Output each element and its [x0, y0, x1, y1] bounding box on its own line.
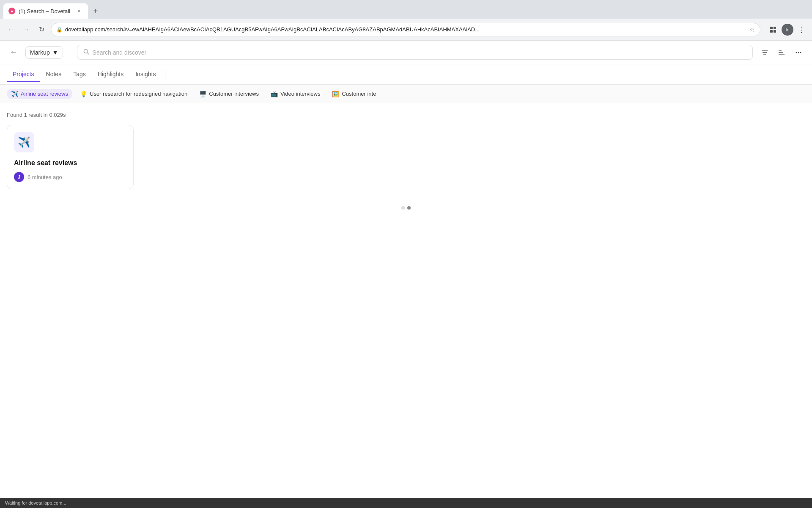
tv-icon: 📺	[271, 91, 278, 97]
address-text: dovetailapp.com/search#v=ewAiAHEAIgA6ACI…	[65, 26, 747, 33]
address-bar[interactable]: 🔒 dovetailapp.com/search#v=ewAiAHEAIgA6A…	[51, 23, 760, 36]
recent-item-airline[interactable]: ✈️ Airline seat reviews	[7, 89, 72, 99]
recent-item-video-interviews[interactable]: 📺 Video interviews	[266, 89, 324, 99]
monitor-icon: 🖥️	[199, 91, 206, 97]
tab-title: (1) Search – Dovetail	[19, 8, 72, 14]
recent-item-customer-inte-label: Customer inte	[342, 91, 376, 97]
extension-icon-1[interactable]	[767, 24, 779, 36]
search-icon	[83, 49, 89, 56]
app-area: ← Markup ▼ Search and discover	[0, 41, 812, 498]
svg-point-13	[798, 52, 799, 53]
toolbar-divider	[70, 47, 70, 58]
tab-favicon: ●	[8, 8, 15, 14]
search-placeholder: Search and discover	[93, 49, 147, 56]
dot-1	[401, 206, 405, 210]
browser-window: ● (1) Search – Dovetail × + ← → ↻ 🔒 dove…	[0, 0, 812, 508]
filter-tabs: Projects Notes Tags Highlights Insights	[0, 64, 812, 85]
refresh-button[interactable]: ↻	[36, 24, 47, 36]
tab-tags[interactable]: Tags	[67, 67, 92, 82]
card-time-0: 6 minutes ago	[27, 174, 62, 180]
profile-button[interactable]: In	[782, 24, 793, 36]
chevron-down-icon: ▼	[52, 49, 58, 56]
sort-button[interactable]	[775, 46, 788, 59]
search-bar[interactable]: Search and discover	[77, 45, 753, 60]
app-toolbar: ← Markup ▼ Search and discover	[0, 41, 812, 64]
recent-item-user-research[interactable]: 💡 User research for redesigned navigatio…	[76, 89, 192, 99]
tab-close-button[interactable]: ×	[75, 7, 83, 15]
tab-projects[interactable]: Projects	[7, 67, 40, 82]
recent-item-video-interviews-label: Video interviews	[280, 91, 320, 97]
toolbar-actions	[758, 46, 805, 59]
tab-bar: ● (1) Search – Dovetail × +	[0, 0, 812, 19]
recent-bar: ✈️ Airline seat reviews 💡 User research …	[0, 85, 812, 103]
airplane-icon: ✈️	[11, 91, 18, 97]
svg-point-14	[800, 52, 801, 53]
active-tab[interactable]: ● (1) Search – Dovetail ×	[3, 3, 88, 19]
results-area: Found 1 result in 0.029s ✈️ Airline seat…	[0, 103, 812, 498]
image-icon: 🖼️	[332, 91, 339, 97]
svg-point-12	[796, 52, 797, 53]
tabs-divider	[165, 69, 165, 80]
tab-highlights[interactable]: Highlights	[92, 67, 129, 82]
recent-item-customer-inte[interactable]: 🖼️ Customer inte	[328, 89, 380, 99]
recent-item-airline-label: Airline seat reviews	[21, 91, 68, 97]
card-avatar-0: J	[14, 172, 24, 182]
svg-rect-3	[774, 30, 776, 33]
status-text: Waiting for dovetailapp.com...	[5, 500, 66, 505]
result-card-0[interactable]: ✈️ Airline seat reviews J 6 minutes ago	[7, 125, 134, 189]
bookmark-icon[interactable]: ☆	[749, 26, 755, 33]
extension-icons: In ⋮	[767, 23, 807, 36]
forward-button[interactable]: →	[20, 24, 32, 36]
browser-menu-button[interactable]: ⋮	[796, 23, 807, 36]
new-tab-button[interactable]: +	[90, 5, 102, 17]
recent-item-user-research-label: User research for redesigned navigation	[90, 91, 187, 97]
card-title-0: Airline seat reviews	[14, 159, 126, 167]
markup-label: Markup	[30, 49, 50, 56]
markup-dropdown[interactable]: Markup ▼	[25, 46, 63, 59]
card-meta-0: J 6 minutes ago	[14, 172, 126, 182]
results-count: Found 1 result in 0.029s	[7, 112, 805, 118]
svg-line-5	[87, 53, 89, 55]
status-bar: Waiting for dovetailapp.com...	[0, 498, 812, 508]
recent-item-customer-interviews-label: Customer interviews	[209, 91, 259, 97]
filter-button[interactable]	[758, 46, 771, 59]
results-grid: ✈️ Airline seat reviews J 6 minutes ago	[7, 125, 805, 189]
back-button[interactable]: ←	[5, 24, 17, 36]
loading-dots	[7, 206, 805, 210]
address-bar-row: ← → ↻ 🔒 dovetailapp.com/search#v=ewAiAHE…	[0, 19, 812, 41]
recent-item-customer-interviews[interactable]: 🖥️ Customer interviews	[195, 89, 263, 99]
lightbulb-icon: 💡	[80, 91, 87, 97]
more-options-button[interactable]	[792, 46, 805, 59]
svg-rect-0	[770, 27, 773, 29]
lock-icon: 🔒	[56, 27, 63, 33]
dot-2	[407, 206, 411, 210]
card-icon-0: ✈️	[14, 132, 34, 152]
svg-rect-2	[770, 30, 773, 33]
tab-insights[interactable]: Insights	[129, 67, 162, 82]
app-back-button[interactable]: ←	[7, 46, 20, 59]
svg-rect-1	[774, 27, 776, 29]
tab-notes[interactable]: Notes	[40, 67, 68, 82]
